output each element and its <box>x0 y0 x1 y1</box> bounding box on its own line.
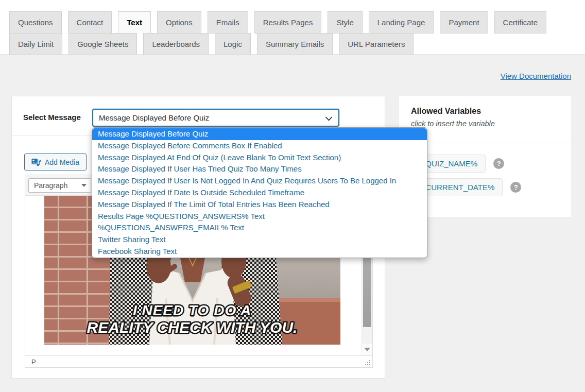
tab-contact[interactable]: Contact <box>68 11 112 33</box>
view-documentation-link[interactable]: View Documentation <box>501 72 571 80</box>
message-select[interactable]: Message Displayed Before Quiz <box>92 109 339 127</box>
dropdown-option[interactable]: Message Displayed If User Is Not Logged … <box>92 175 427 187</box>
media-icon <box>31 158 41 166</box>
tab-bar: Questions Contact Text Options Emails Re… <box>0 0 585 55</box>
paragraph-format-select[interactable]: Paragraph <box>28 178 91 193</box>
resize-grip-icon[interactable] <box>364 359 371 366</box>
dropdown-option[interactable]: %QUESTIONS_ANSWERS_EMAIL% Text <box>92 222 427 234</box>
dropdown-option[interactable]: Message Displayed If User Has Tried Quiz… <box>92 163 427 175</box>
tab-summary-emails[interactable]: Summary Emails <box>257 33 333 55</box>
add-media-button[interactable]: Add Media <box>24 154 87 171</box>
tab-options[interactable]: Options <box>157 11 201 33</box>
help-icon[interactable]: ? <box>510 182 521 193</box>
meme-caption-line1: I NEED TO DO A <box>133 302 251 318</box>
allowed-variables-subtitle: click to insert the variable <box>411 120 495 128</box>
tab-certificate[interactable]: Certificate <box>494 11 547 33</box>
dropdown-option[interactable]: Message Displayed If The Limit Of Total … <box>92 199 427 211</box>
tab-style[interactable]: Style <box>328 11 362 33</box>
tab-row-1: Questions Contact Text Options Emails Re… <box>9 11 546 33</box>
editor-path-paragraph[interactable]: P <box>31 358 36 366</box>
tab-questions[interactable]: Questions <box>9 11 62 33</box>
dropdown-option[interactable]: Message Displayed At End Of Quiz (Leave … <box>92 152 427 164</box>
message-select-value: Message Displayed Before Quiz <box>99 113 209 122</box>
dropdown-arrow-icon <box>81 184 87 187</box>
tab-results-pages[interactable]: Results Pages <box>254 11 322 33</box>
tab-emails[interactable]: Emails <box>208 11 248 33</box>
tab-payment[interactable]: Payment <box>440 11 488 33</box>
tab-logic[interactable]: Logic <box>215 33 251 55</box>
dropdown-option[interactable]: Twitter Sharing Text <box>92 234 427 246</box>
dropdown-option[interactable]: Message Displayed Before Comments Box If… <box>92 140 427 152</box>
help-icon[interactable]: ? <box>493 158 504 169</box>
dropdown-option[interactable]: Message Displayed Before Quiz <box>92 128 427 140</box>
tab-row-2: Daily Limit Google Sheets Leaderboards L… <box>9 33 414 55</box>
message-select-dropdown: Message Displayed Before Quiz Message Di… <box>92 127 427 258</box>
tab-google-sheets[interactable]: Google Sheets <box>68 33 137 55</box>
editor-status-bar: P <box>25 355 372 367</box>
allowed-variables-title: Allowed Variables <box>411 107 481 116</box>
chevron-down-icon <box>325 115 333 123</box>
dropdown-option[interactable]: Message Displayed If Date Is Outside Sch… <box>92 187 427 199</box>
scroll-down-icon <box>364 348 370 351</box>
tab-landing-page[interactable]: Landing Page <box>369 11 434 33</box>
add-media-label: Add Media <box>45 158 79 166</box>
select-message-label: Select Message <box>23 113 81 122</box>
dropdown-option[interactable]: Results Page %QUESTIONS_ANSWERS% Text <box>92 211 427 223</box>
tab-text[interactable]: Text <box>118 11 151 33</box>
dropdown-option[interactable]: Facebook Sharing Text <box>92 246 427 258</box>
paragraph-format-label: Paragraph <box>34 181 67 190</box>
tab-daily-limit[interactable]: Daily Limit <box>9 33 62 55</box>
scrollbar-down-button[interactable] <box>362 344 372 355</box>
tab-leaderboards[interactable]: Leaderboards <box>143 33 209 55</box>
meme-caption-line2: REALITY CHECK WITH YOU. <box>87 319 298 336</box>
tab-url-parameters[interactable]: URL Parameters <box>339 33 414 55</box>
